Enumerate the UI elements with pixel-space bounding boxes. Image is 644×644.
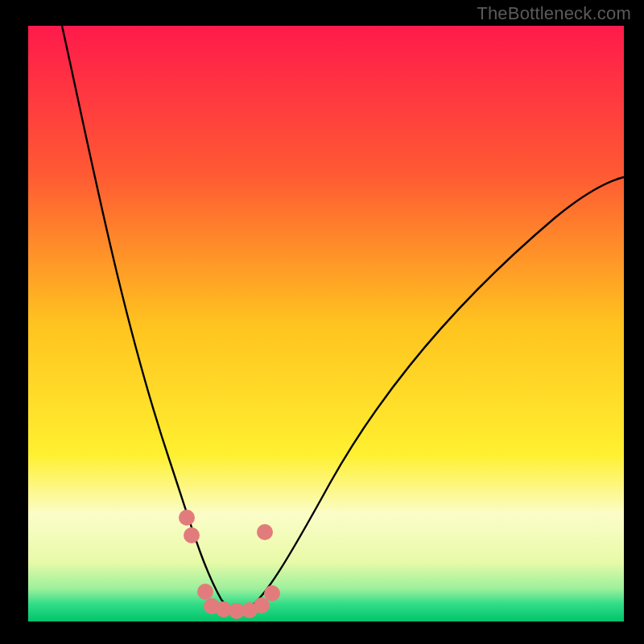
svg-point-9: [264, 585, 280, 601]
plot-background: [28, 26, 624, 621]
chart-frame: TheBottleneck.com: [0, 0, 644, 644]
svg-point-3: [197, 584, 213, 600]
watermark-text: TheBottleneck.com: [477, 3, 631, 24]
svg-point-2: [184, 527, 200, 543]
svg-point-1: [179, 510, 195, 526]
chart-svg: [0, 0, 644, 644]
svg-point-10: [257, 524, 273, 540]
